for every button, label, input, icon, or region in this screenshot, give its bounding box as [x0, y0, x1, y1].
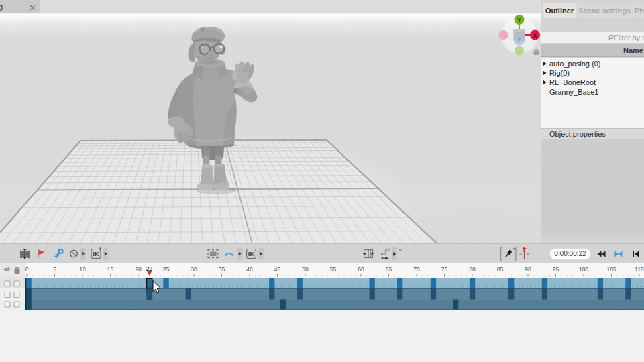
svg-text:IK: IK	[93, 250, 99, 257]
svg-text:X: X	[533, 32, 537, 39]
svg-text:Y: Y	[517, 17, 521, 23]
svg-text:25: 25	[163, 266, 170, 273]
svg-text:0:00:00:22: 0:00:00:22	[554, 250, 586, 257]
svg-text:75: 75	[441, 266, 448, 273]
svg-text:10: 10	[79, 266, 86, 273]
svg-text:60: 60	[358, 266, 364, 273]
svg-text:5: 5	[53, 266, 56, 273]
svg-text:105: 105	[606, 266, 616, 273]
svg-text:22: 22	[146, 265, 153, 272]
svg-text:15: 15	[107, 266, 114, 273]
svg-text:0: 0	[25, 266, 29, 273]
svg-text:IK: IK	[248, 250, 255, 257]
svg-text:35: 35	[219, 266, 225, 273]
svg-text:55: 55	[330, 266, 337, 273]
svg-text:30: 30	[191, 266, 197, 273]
svg-text:g: g	[0, 3, 3, 11]
svg-text:100: 100	[579, 266, 588, 273]
svg-text:90: 90	[525, 266, 531, 273]
svg-text:95: 95	[553, 266, 559, 273]
svg-text:70: 70	[413, 266, 420, 273]
svg-text:110: 110	[635, 266, 644, 273]
svg-text:45: 45	[274, 266, 281, 273]
svg-text:85: 85	[497, 266, 504, 273]
svg-text:40: 40	[246, 266, 253, 273]
svg-text:65: 65	[386, 266, 392, 273]
svg-text:20: 20	[135, 266, 142, 273]
svg-text:80: 80	[469, 266, 476, 273]
svg-text:50: 50	[302, 266, 309, 273]
svg-text:z: z	[517, 36, 521, 44]
